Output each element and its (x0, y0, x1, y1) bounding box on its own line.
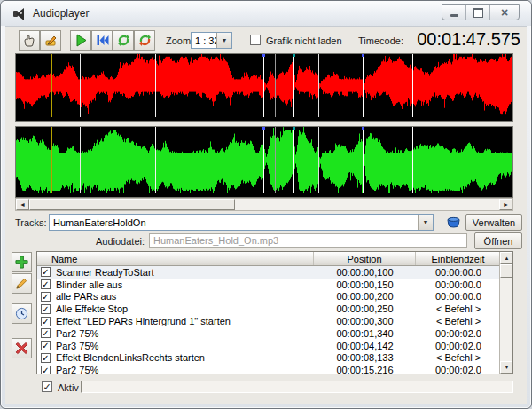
audiodatei-label: Audiodatei: (54, 236, 145, 247)
tracks-dropdown[interactable]: HumanEatersHoldOn ▼ (49, 214, 434, 231)
table-row[interactable]: ✓Par2 75%00:00:01,34000:00:02.0 (37, 327, 512, 340)
aktiv-checkbox[interactable]: ✓ (42, 381, 52, 392)
time-entry-button[interactable] (12, 303, 32, 324)
table-row[interactable]: ✓Effekt BlendenLinksRechts starten00:00:… (37, 352, 512, 365)
row-checkbox[interactable]: ✓ (41, 353, 51, 363)
row-einblendzeit: 00:00:00.0 (416, 279, 501, 290)
skip-to-start-button[interactable] (91, 30, 113, 51)
row-checkbox[interactable]: ✓ (41, 279, 51, 289)
table-row[interactable]: ✓Alle Effekte Stop00:00:00,250< Befehl > (37, 303, 512, 315)
row-name: ✓Blinder alle aus (37, 279, 314, 290)
waveform-scrollbar[interactable]: ◄ ► (15, 198, 513, 211)
row-name: ✓Par3 75% (37, 341, 314, 351)
loop-green-button[interactable] (113, 30, 134, 51)
skip-to-start-icon (96, 35, 109, 46)
waveform-top-panel[interactable] (15, 53, 513, 122)
row-checkbox[interactable]: ✓ (41, 267, 51, 277)
maximize-button[interactable] (466, 5, 490, 20)
scroll-right-arrow[interactable]: ► (499, 199, 512, 210)
row-position: 00:00:00,150 (314, 279, 416, 290)
add-entry-button[interactable] (12, 252, 32, 272)
screen: Audioplayer × (0, 0, 532, 409)
row-name: ✓Scanner ReadyToStart (37, 267, 314, 278)
row-einblendzeit: < Befehl > (416, 352, 501, 363)
play-button[interactable] (70, 30, 91, 51)
table-scrollbar[interactable]: ▲ ▼ (499, 252, 512, 374)
edit-marker-icon (43, 34, 58, 48)
edit-marker-button[interactable] (40, 30, 61, 51)
table-row[interactable]: ✓Effekt "LED PARs Hintergrund 1" starten… (37, 315, 512, 327)
row-name: ✓Effekt BlendenLinksRechts starten (37, 352, 314, 363)
table-header: Name Position Einblendzeit (37, 252, 512, 266)
row-position: 00:00:04,142 (314, 341, 416, 351)
waveform-bottom-canvas[interactable] (16, 127, 512, 193)
column-header-position[interactable]: Position (314, 252, 416, 265)
row-einblendzeit: 00:00:02.0 (416, 328, 501, 339)
scroll-left-arrow[interactable]: ◄ (16, 199, 29, 210)
zoom-label: Zoom: (166, 35, 193, 46)
column-header-einblendzeit[interactable]: Einblendzeit (416, 252, 501, 265)
scroll-down-arrow[interactable]: ▼ (500, 361, 513, 374)
manage-icon (446, 215, 461, 229)
row-checkbox[interactable]: ✓ (41, 328, 51, 338)
row-name: ✓Alle Effekte Stop (37, 303, 314, 314)
audioplayer-window: Audioplayer × (0, 0, 532, 409)
maximize-icon (473, 8, 483, 18)
loop-red-icon (138, 34, 152, 47)
loop-red-button[interactable] (134, 30, 155, 51)
row-position: 00:00:15,216 (314, 365, 416, 374)
verwalten-button-label: Verwalten (473, 217, 515, 228)
waveform-top-canvas[interactable] (16, 54, 512, 117)
row-checkbox[interactable]: ✓ (41, 366, 51, 374)
hand-tool-button[interactable] (19, 30, 40, 51)
row-checkbox[interactable]: ✓ (41, 292, 51, 302)
table-row[interactable]: ✓Blinder alle aus00:00:00,15000:00:00.0 (37, 279, 512, 291)
minimize-button[interactable] (442, 5, 466, 20)
audiodatei-field[interactable]: HumanEaters_Hold_On.mp3 (149, 233, 467, 248)
chevron-down-icon[interactable]: ▼ (216, 33, 231, 48)
delete-entry-button[interactable] (12, 338, 32, 358)
clock-icon (15, 307, 28, 320)
row-position: 00:00:08,133 (314, 352, 416, 363)
waveform-bottom-panel[interactable] (15, 126, 513, 198)
hand-tool-icon (22, 34, 36, 48)
chevron-down-icon[interactable]: ▼ (418, 215, 433, 230)
row-checkbox[interactable]: ✓ (41, 304, 51, 314)
row-einblendzeit: 00:00:02.0 (416, 365, 501, 374)
zoom-dropdown[interactable]: 1 : 32 ▼ (191, 32, 232, 49)
row-name: ✓Par2 75% (37, 328, 314, 339)
speaker-icon (12, 7, 26, 20)
table-row[interactable]: ✓Scanner ReadyToStart00:00:00,10000:00:0… (37, 266, 512, 279)
timecode-label: Timecode: (358, 35, 403, 46)
close-button[interactable]: × (490, 5, 519, 20)
row-checkbox[interactable]: ✓ (41, 341, 51, 350)
aktiv-label: Aktiv (58, 382, 79, 393)
edit-entry-button[interactable] (12, 273, 32, 294)
verwalten-button[interactable]: Verwalten (466, 214, 522, 231)
window-controls: × (442, 4, 520, 20)
row-einblendzeit: < Befehl > (416, 316, 501, 326)
tracks-label: Tracks: (15, 217, 47, 228)
scroll-up-arrow[interactable]: ▲ (500, 252, 513, 264)
row-einblendzeit: 00:00:00.0 (416, 291, 501, 302)
table-row[interactable]: ✓Par3 75%00:00:04,14200:00:02.0 (37, 340, 512, 352)
row-checkbox[interactable]: ✓ (41, 317, 51, 326)
oeffnen-button-label: Öffnen (484, 236, 513, 247)
row-name: ✓alle PARs aus (37, 291, 314, 302)
table-row[interactable]: ✓alle PARs aus00:00:00,20000:00:00.0 (37, 291, 512, 303)
tracks-selected-value: HumanEatersHoldOn (50, 217, 418, 228)
scrollbar-thumb[interactable] (29, 199, 235, 210)
progress-bar (81, 381, 513, 393)
row-einblendzeit: 00:00:00.0 (416, 267, 501, 278)
grafik-checkbox-label: Grafik nicht laden (266, 35, 342, 46)
grafik-checkbox[interactable] (250, 35, 261, 45)
close-icon: × (501, 6, 508, 19)
table-row[interactable]: ✓Par2 75%00:00:15,21600:00:02.0 (37, 364, 512, 374)
scrollbar-thumb[interactable] (500, 264, 513, 278)
play-icon (74, 34, 88, 47)
titlebar[interactable]: Audioplayer × (1, 1, 531, 26)
column-header-name[interactable]: Name (37, 252, 314, 265)
oeffnen-button[interactable]: Öffnen (474, 232, 522, 249)
row-position: 00:00:01,340 (314, 328, 416, 339)
edit-icon (15, 277, 28, 290)
